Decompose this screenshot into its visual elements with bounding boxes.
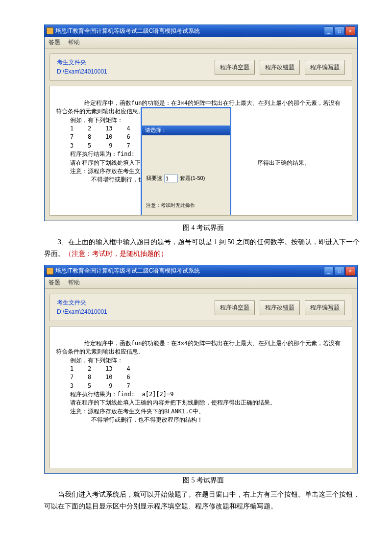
question-text: 给定程序中，函数fun的功能是：在3×4的矩阵中找出在行上最大、在列上最小的那个…	[56, 340, 341, 424]
exam-window-2: 培恩IT教育全国计算机等级考试二级C语言模拟考试系统 _ □ × 答题 帮助 考…	[44, 265, 358, 474]
close-button[interactable]: ×	[345, 267, 355, 276]
menu-answer[interactable]: 答题	[49, 278, 60, 287]
folder-info: 考生文件夹 D:\Exam\24010001	[57, 58, 107, 76]
fill-blank-button[interactable]: 程序填空题	[215, 60, 255, 75]
menu-help[interactable]: 帮助	[68, 38, 80, 47]
app-icon	[47, 27, 53, 34]
menu-answer[interactable]: 答题	[49, 38, 60, 47]
maximize-button[interactable]: □	[335, 26, 344, 35]
dialog-row-suffix: 套题(1-50)	[180, 174, 205, 183]
top-panel: 考生文件夹 D:\Exam\24010001 程序填空题 程序改错题 程序编写题	[49, 294, 352, 321]
figure-4-caption: 图 4 考试界面	[44, 224, 363, 232]
exam-window-1: 培恩IT教育全国计算机等级考试二级C语言模拟考试系统 _ □ × 答题 帮助 考…	[44, 25, 358, 221]
select-dialog: 请选择： 我要选 套题(1-50) 注意：考试时无此操作 确定 取消	[141, 107, 231, 216]
titlebar: 培恩IT教育全国计算机等级考试二级C语言模拟考试系统 _ □ ×	[45, 25, 357, 37]
minimize-button[interactable]: _	[324, 267, 334, 276]
window-title: 培恩IT教育全国计算机等级考试二级C语言模拟考试系统	[55, 267, 200, 275]
question-area: 给定程序中，函数fun的功能是：在3×4的矩阵中找出在行上最大、在列上最小的那个…	[49, 326, 352, 468]
bottom-paragraph: 当我们进入考试系统后，就可以开始做题了。在题目窗口中，右上方有三个按钮。单击这三…	[44, 489, 363, 512]
close-button[interactable]: ×	[345, 26, 355, 35]
fix-error-button[interactable]: 程序改错题	[260, 300, 300, 315]
folder-label: 考生文件夹	[57, 298, 107, 307]
dialog-title: 请选择：	[142, 126, 230, 135]
titlebar: 培恩IT教育全国计算机等级考试二级C语言模拟考试系统 _ □ ×	[45, 265, 357, 277]
write-code-button[interactable]: 程序编写题	[305, 60, 345, 75]
folder-info: 考生文件夹 D:\Exam\24010001	[57, 298, 107, 317]
folder-path: D:\Exam\24010001	[57, 307, 107, 317]
menubar: 答题 帮助	[45, 37, 357, 49]
app-icon	[47, 268, 53, 275]
write-code-button[interactable]: 程序编写题	[305, 300, 345, 315]
dialog-row-prefix: 我要选	[146, 174, 162, 183]
instruction-3: 3、在上面的输入框中输入题目的题号，题号可以是 1 到 50 之间的任何数字。按…	[44, 236, 363, 260]
fill-blank-button[interactable]: 程序填空题	[215, 300, 255, 315]
top-panel: 考生文件夹 D:\Exam\24010001 程序填空题 程序改错题 程序编写题	[49, 53, 352, 81]
menu-help[interactable]: 帮助	[68, 278, 80, 287]
folder-path: D:\Exam\24010001	[57, 67, 107, 76]
question-area: 给定程序中，函数fun的功能是：在3×4的矩阵中找出在行上最大、在列上最小的那个…	[49, 86, 352, 216]
question-number-input[interactable]	[164, 175, 178, 182]
fix-error-button[interactable]: 程序改错题	[260, 60, 300, 75]
menubar: 答题 帮助	[45, 277, 357, 289]
folder-label: 考生文件夹	[57, 58, 107, 67]
window-title: 培恩IT教育全国计算机等级考试二级C语言模拟考试系统	[55, 27, 200, 35]
dialog-note: 注意：考试时无此操作	[146, 201, 226, 209]
maximize-button[interactable]: □	[335, 267, 344, 276]
minimize-button[interactable]: _	[324, 26, 334, 35]
figure-5-caption: 图 5 考试界面	[44, 476, 363, 485]
